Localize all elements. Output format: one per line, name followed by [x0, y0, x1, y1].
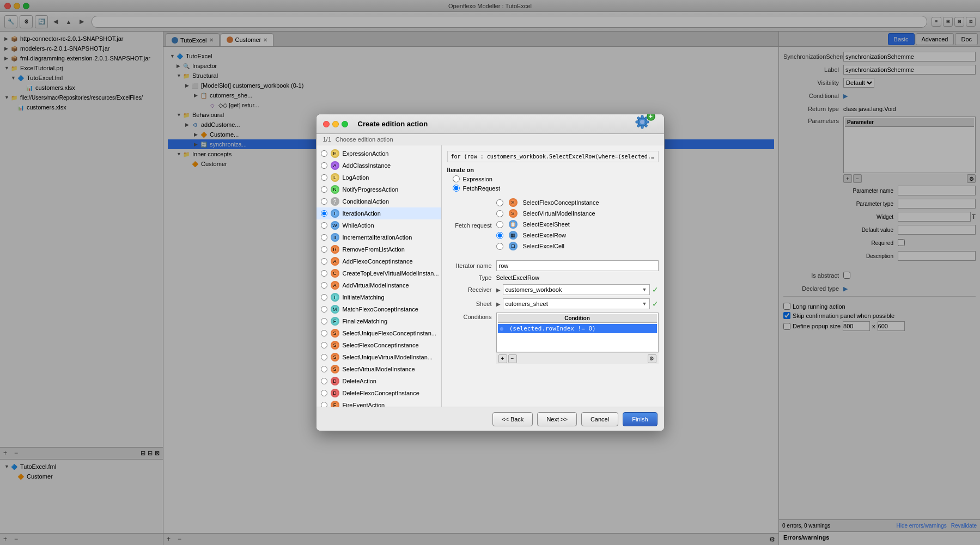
receiver-label: Receiver	[447, 286, 496, 293]
action-finalize[interactable]: F FinalizeMatching	[316, 315, 441, 327]
removefrom-icon: R	[331, 245, 339, 254]
action-addclass[interactable]: A AddClassInstance	[316, 160, 441, 172]
action-selectuniquevirtual-radio[interactable]	[321, 354, 327, 360]
selectflexo-opt[interactable]: S SelectFlexoConceptInstance	[496, 198, 659, 207]
action-notify-radio[interactable]	[321, 186, 327, 193]
finish-button[interactable]: Finish	[623, 412, 657, 426]
back-button[interactable]: << Back	[492, 412, 533, 426]
action-fire[interactable]: F FireEventAction	[316, 399, 441, 407]
condition-value[interactable]: ● (selected.rowIndex != 0)	[498, 324, 657, 333]
action-selectuniquevirtual[interactable]: S SelectUniqueVirtualModelInstan...	[316, 351, 441, 363]
action-selectvirtual[interactable]: S SelectVirtualModelInstance	[316, 363, 441, 375]
selectvirtual-opt-radio[interactable]	[496, 210, 503, 217]
selectvirtual-opt[interactable]: S SelectVirtualModelInstance	[496, 209, 659, 218]
action-selectvirtual-radio[interactable]	[321, 366, 327, 372]
action-addvirtual-radio[interactable]	[321, 282, 327, 289]
selectexcelcell-opt-radio[interactable]	[496, 243, 503, 250]
action-delete[interactable]: D DeleteAction	[316, 375, 441, 387]
main-layout: ▶ 📦 http-connector-rc-2.0.1-SNAPSHOT.jar…	[0, 32, 980, 545]
conditions-label: Conditions	[447, 313, 496, 320]
action-finalize-radio[interactable]	[321, 318, 327, 324]
selectflexo-opt-radio[interactable]	[496, 199, 503, 206]
initiate-icon: I	[331, 293, 339, 302]
selectexcelsheet-icon: 📋	[509, 220, 518, 229]
action-addflexo[interactable]: A AddFlexoConceptInstance	[316, 255, 441, 267]
action-iteration[interactable]: I IterationAction	[316, 207, 441, 219]
action-matchflexo[interactable]: M MatchFlexoConceptInstance	[316, 303, 441, 315]
receiver-combo[interactable]: customers_workbook ▼	[503, 284, 650, 295]
action-selectflexo[interactable]: S SelectFlexoConceptInstance	[316, 339, 441, 351]
cancel-button[interactable]: Cancel	[581, 412, 618, 426]
iterate-expression-radio[interactable]	[453, 175, 460, 182]
incremental-icon: II	[331, 233, 339, 242]
dialog-max-btn[interactable]	[342, 121, 348, 127]
selectexcelsheet-opt-radio[interactable]	[496, 221, 503, 228]
action-deleteflexo[interactable]: D DeleteFlexoConceptInstance	[316, 387, 441, 399]
action-addclass-radio[interactable]	[321, 162, 327, 169]
action-notify[interactable]: N NotifyProgressAction	[316, 183, 441, 195]
next-button[interactable]: Next >>	[537, 412, 577, 426]
iterate-expression-row[interactable]: Expression	[447, 175, 659, 182]
dialog-title: Create edition action	[358, 120, 625, 128]
code-preview: for (row : customers_workbook.SelectExce…	[447, 151, 659, 162]
iterator-name-input[interactable]	[496, 260, 659, 271]
action-selectunique-radio[interactable]	[321, 330, 327, 336]
iterate-on-row: Iterate on	[447, 167, 659, 173]
iterate-fetchrequest-radio[interactable]	[453, 185, 460, 192]
action-log-radio[interactable]	[321, 174, 327, 181]
action-while-radio[interactable]	[321, 222, 327, 229]
selectexcelsheet-opt[interactable]: 📋 SelectExcelSheet	[496, 220, 659, 229]
action-incremental[interactable]: II IncrementalIterationAction	[316, 231, 441, 243]
condition-empty-row	[498, 334, 657, 351]
action-conditional[interactable]: ? ConditionalAction	[316, 195, 441, 207]
action-removefrom[interactable]: R RemoveFromListAction	[316, 243, 441, 255]
add-condition-btn[interactable]: +	[498, 354, 507, 363]
action-log[interactable]: L LogAction	[316, 172, 441, 183]
conditions-row: Conditions Condition	[447, 313, 659, 364]
dialog-traffic-lights[interactable]	[323, 121, 348, 127]
action-deleteflexo-radio[interactable]	[321, 390, 327, 396]
type-value: SelectExcelRow	[496, 274, 659, 281]
fetch-request-editor: for (row : customers_workbook.SelectExce…	[442, 145, 664, 407]
action-initiate[interactable]: I InitiateMatching	[316, 291, 441, 303]
condition-settings-btn[interactable]: ⚙	[648, 354, 656, 363]
action-expression[interactable]: E ExpressionAction	[316, 148, 441, 160]
svg-rect-5	[646, 121, 649, 123]
sheet-arrow-icon: ▶	[496, 301, 501, 307]
action-selectunique[interactable]: S SelectUniqueFlexoConceptInstan...	[316, 327, 441, 339]
action-removefrom-radio[interactable]	[321, 246, 327, 253]
action-fire-radio[interactable]	[321, 402, 327, 407]
action-delete-radio[interactable]	[321, 378, 327, 384]
selectexcelcell-opt[interactable]: ⊡ SelectExcelCell	[496, 242, 659, 250]
action-createtoplevel-radio[interactable]	[321, 270, 327, 277]
action-addvirtual[interactable]: A AddVirtualModelInstance	[316, 279, 441, 291]
action-iteration-radio[interactable]	[321, 210, 327, 217]
iterate-fetchrequest-row[interactable]: FetchRequest	[447, 185, 659, 192]
selectexcelrow-opt[interactable]: ▦ SelectExcelRow	[496, 231, 659, 240]
sheet-combo[interactable]: cutomers_sheet ▼	[503, 298, 650, 309]
condition-row[interactable]: ● (selected.rowIndex != 0)	[498, 324, 657, 333]
action-initiate-radio[interactable]	[321, 294, 327, 301]
log-icon: L	[331, 173, 339, 182]
receiver-check-icon: ✓	[652, 285, 659, 294]
selectexcelrow-opt-radio[interactable]	[496, 232, 503, 239]
action-conditional-radio[interactable]	[321, 198, 327, 205]
action-while[interactable]: W WhileAction	[316, 219, 441, 231]
action-selectflexo-radio[interactable]	[321, 342, 327, 348]
action-addflexo-radio[interactable]	[321, 258, 327, 265]
conditions-table: Condition ● (selected.rowIndex != 0)	[496, 313, 659, 352]
action-expression-radio[interactable]	[321, 150, 327, 157]
remove-condition-btn[interactable]: −	[508, 354, 517, 363]
sheet-value[interactable]: ▶ cutomers_sheet ▼ ✓	[496, 298, 659, 309]
action-matchflexo-radio[interactable]	[321, 306, 327, 313]
action-incremental-radio[interactable]	[321, 234, 327, 241]
receiver-row: Receiver ▶ customers_workbook ▼ ✓	[447, 284, 659, 295]
dialog-min-btn[interactable]	[332, 121, 339, 127]
action-createtoplevel[interactable]: C CreateTopLevelVirtualModelInstan...	[316, 267, 441, 279]
dialog-close-btn[interactable]	[323, 121, 330, 127]
receiver-value[interactable]: ▶ customers_workbook ▼ ✓	[496, 284, 659, 295]
iterator-name-value[interactable]	[496, 260, 659, 271]
fetch-request-label: Fetch request	[447, 222, 496, 229]
iteration-icon: I	[331, 209, 339, 218]
matchflexo-icon: M	[331, 305, 339, 314]
